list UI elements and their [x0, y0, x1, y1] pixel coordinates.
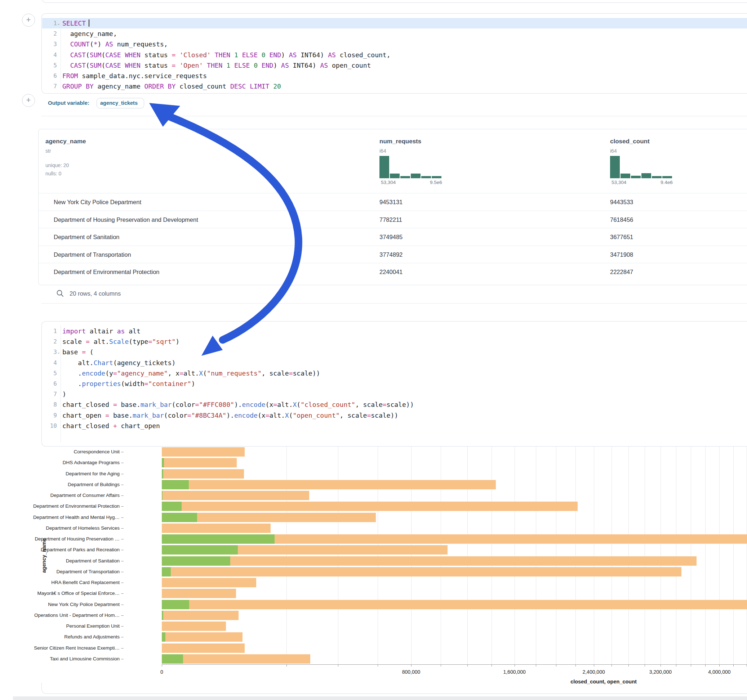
line-number: 5: [42, 60, 57, 71]
y-axis-label: Department of Homeless Services: [0, 525, 119, 531]
bar-closed-count[interactable]: [162, 480, 496, 489]
bar-open-count[interactable]: [162, 491, 163, 500]
code-line[interactable]: .encode(y="agency_name", x=alt.X("num_re…: [62, 368, 320, 379]
bar-open-count[interactable]: [162, 458, 164, 468]
code-line[interactable]: scale = alt.Scale(type="sqrt"): [62, 336, 180, 347]
bar-open-count[interactable]: [162, 545, 238, 555]
column-histogram[interactable]: [610, 155, 672, 178]
code-line[interactable]: import altair as alt: [62, 326, 141, 336]
python-code-editor[interactable]: 1import altair as alt2scale = alt.Scale(…: [42, 321, 747, 446]
bar-closed-count[interactable]: [162, 469, 244, 478]
code-line[interactable]: ): [62, 389, 66, 399]
code-line[interactable]: .properties(width="container"): [62, 379, 195, 389]
bar-closed-count[interactable]: [162, 458, 237, 468]
code-line[interactable]: FROM sample_data.nyc.service_requests: [62, 71, 207, 81]
y-axis-label: Department of Housing Preservation …: [0, 536, 119, 542]
y-axis-tick: [121, 637, 124, 637]
bar-closed-count[interactable]: [162, 556, 697, 566]
bar-closed-count[interactable]: [162, 523, 271, 533]
code-line[interactable]: chart_closed + chart_open: [62, 421, 160, 431]
code-line[interactable]: alt.Chart(agency_tickets): [62, 358, 175, 368]
gridline: [467, 447, 468, 664]
bar-closed-count[interactable]: [162, 447, 245, 457]
bar-open-count[interactable]: [162, 600, 189, 609]
y-axis-tick: [121, 474, 124, 474]
column-stat: nulls: 0: [45, 170, 61, 177]
table-cell: 2240041: [380, 263, 402, 281]
bar-closed-count[interactable]: [162, 589, 236, 598]
bar-closed-count[interactable]: [162, 578, 256, 587]
bar-closed-count[interactable]: [162, 491, 309, 500]
histogram-bar: [432, 176, 442, 178]
bar-closed-count[interactable]: [162, 632, 242, 642]
code-line[interactable]: chart_closed = base.mark_bar(color="#FFC…: [62, 399, 414, 410]
python-cell-card: 1import altair as alt2scale = alt.Scale(…: [41, 321, 747, 447]
code-line[interactable]: CAST(SUM(CASE WHEN status = 'Open' THEN …: [62, 60, 371, 71]
add-cell-button-middle[interactable]: +: [22, 94, 35, 107]
bar-closed-count[interactable]: [162, 600, 747, 609]
histogram-max: 9.4e6: [661, 180, 673, 185]
bar-open-count[interactable]: [162, 502, 181, 511]
histogram-bar: [620, 173, 630, 178]
bar-open-count[interactable]: [162, 556, 230, 566]
y-axis-label: Mayorâ€ s Office of Special Enforce…: [0, 591, 119, 596]
table-row[interactable]: Department of Housing Preservation and D…: [39, 211, 747, 228]
bar-open-count[interactable]: [162, 567, 171, 576]
code-line[interactable]: base = (: [62, 347, 94, 357]
bar-closed-count[interactable]: [162, 567, 681, 576]
output-variable-pill[interactable]: agency_tickets: [97, 98, 144, 109]
bar-open-count[interactable]: [162, 534, 275, 544]
line-number: 4: [42, 358, 57, 368]
line-number: 2: [42, 29, 57, 39]
column-header-num_requests[interactable]: num_requests: [380, 138, 421, 145]
bar-closed-count[interactable]: [162, 611, 239, 620]
gridline: [286, 447, 287, 664]
column-header-closed_count[interactable]: closed_count: [610, 138, 650, 145]
code-line[interactable]: chart_open = base.mark_bar(color="#8BC34…: [62, 410, 398, 421]
bar-open-count[interactable]: [162, 611, 163, 620]
table-row-count: 20 rows, 4 columns: [70, 290, 121, 297]
y-axis-label: Refunds and Adjustments: [0, 634, 119, 640]
bar-closed-count[interactable]: [162, 622, 226, 631]
code-fold-chevron-icon[interactable]: ⌄: [57, 18, 60, 29]
gridline: [378, 447, 378, 664]
histogram-bar: [610, 156, 620, 178]
y-axis-tick: [121, 582, 124, 583]
column-header-agency_name[interactable]: agency_name: [45, 138, 86, 145]
table-row[interactable]: Department of Sanitation37494853677651: [39, 228, 747, 246]
y-axis-label: Operations Unit - Department of Hom…: [0, 612, 119, 618]
y-axis-label: Correspondence Unit: [0, 449, 119, 454]
bar-open-count[interactable]: [162, 469, 163, 478]
code-line[interactable]: COUNT(*) AS num_requests,: [62, 39, 168, 49]
code-line[interactable]: SELECT: [62, 18, 89, 29]
table-row[interactable]: Department of Environmental Protection22…: [39, 263, 747, 281]
y-axis-label: Department of Environmental Protection: [0, 503, 119, 509]
bar-open-count[interactable]: [162, 632, 165, 642]
x-axis-tick-label: 3,200,000: [649, 669, 672, 675]
table-cell: Department of Housing Preservation and D…: [54, 211, 198, 228]
bar-closed-count[interactable]: [162, 643, 245, 653]
code-line[interactable]: agency_name,: [62, 29, 117, 39]
column-histogram[interactable]: [380, 155, 442, 178]
code-fold-chevron-icon[interactable]: ⌄: [57, 347, 60, 357]
table-cell: 3471908: [610, 246, 633, 263]
sql-code-editor[interactable]: 1⌄SELECT2 agency_name,3 COUNT(*) AS num_…: [42, 14, 747, 93]
bar-closed-count[interactable]: [162, 654, 310, 664]
dataframe-table[interactable]: agency_namestrunique: 20nulls: 0num_requ…: [38, 129, 747, 285]
bar-open-count[interactable]: [162, 480, 189, 489]
code-line[interactable]: GROUP BY agency_name ORDER BY closed_cou…: [62, 81, 281, 92]
bar-open-count[interactable]: [162, 654, 183, 664]
gridline: [645, 447, 645, 664]
bar-closed-count[interactable]: [162, 502, 578, 511]
y-axis-title: agency_name: [41, 538, 47, 573]
table-row[interactable]: New York City Police Department945313194…: [39, 193, 747, 211]
gridline: [441, 447, 441, 664]
y-axis-label: Department of Buildings: [0, 482, 119, 487]
table-row[interactable]: Department of Transportation377489234719…: [39, 246, 747, 263]
bar-open-count[interactable]: [162, 513, 197, 522]
add-cell-button-top[interactable]: +: [22, 14, 35, 27]
code-line[interactable]: CAST(SUM(CASE WHEN status = 'Closed' THE…: [62, 50, 391, 60]
y-axis-label: Department of Health and Mental Hyg…: [0, 514, 119, 520]
search-icon[interactable]: [56, 290, 64, 297]
table-cell: 7618456: [610, 211, 633, 228]
